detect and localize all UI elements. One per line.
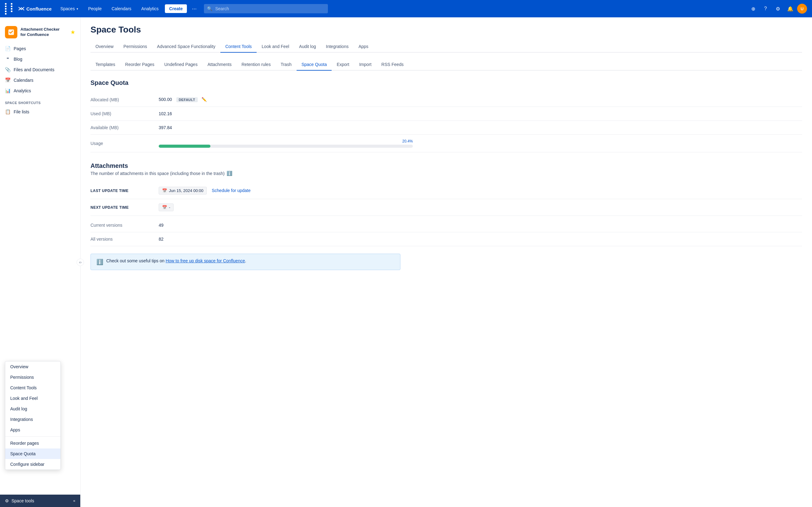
calendars-button[interactable]: Calendars [108,4,135,13]
attachments-data-table: Current versions 49 All versions 82 [91,218,802,246]
sidebar-item-files[interactable]: 📎 Files and Documents [0,64,80,75]
calendar-icon-2: 📅 [162,205,167,210]
allocated-value: 500.00 DEFAULT ✏️ [159,93,802,107]
tab-advanced[interactable]: Advanced Space Functionality [152,41,220,53]
all-versions-label: All versions [91,232,159,246]
used-row: Used (MB) 102.16 [91,107,802,121]
sub-tab-retention-rules[interactable]: Retention rules [237,59,275,71]
sidebar-item-analytics[interactable]: 📊 Analytics [0,86,80,96]
last-update-label: LAST UPDATE TIME [91,182,159,199]
notifications-icon-button[interactable]: 🔔 [785,3,796,14]
used-label: Used (MB) [91,107,159,121]
tab-permissions[interactable]: Permissions [118,41,152,53]
sub-tab-space-quota[interactable]: Space Quota [297,59,332,71]
dropdown-space-quota[interactable]: Space Quota [5,448,60,459]
sub-tab-export[interactable]: Export [332,59,354,71]
attachments-description: The number of attachments in this space … [91,171,802,176]
top-navigation: Confluence Spaces ▾ People Calendars Ana… [0,0,812,17]
sidebar-item-file-lists[interactable]: 📋 File lists [0,107,80,117]
sidebar-item-calendars[interactable]: 📅 Calendars [0,75,80,86]
zoom-icon-button[interactable]: ⊕ [748,3,759,14]
spaces-button[interactable]: Spaces ▾ [57,4,82,13]
space-tools-collapse-icon: « [73,499,75,503]
page-layout: Attachment Checker for Confluence ★ 📄 Pa… [0,17,812,507]
progress-wrap: 20.4% [159,139,413,148]
info-box: ℹ️ Check out some useful tips on How to … [91,253,400,270]
attachments-update-table: LAST UPDATE TIME 📅 Jun 15, 2024 00:00 Sc… [91,182,802,216]
file-lists-icon: 📋 [5,109,10,115]
help-icon-button[interactable]: ? [760,3,771,14]
dropdown-integrations[interactable]: Integrations [5,414,60,425]
create-button[interactable]: Create [165,4,187,13]
search-wrap: 🔍 [204,4,328,13]
nav-right-actions: ⊕ ? ⚙ 🔔 U [748,3,807,14]
tab-look-and-feel[interactable]: Look and Feel [257,41,294,53]
used-value: 102.16 [159,107,802,121]
tab-apps[interactable]: Apps [354,41,373,53]
primary-tab-bar: Overview Permissions Advanced Space Func… [91,41,802,53]
settings-icon-button[interactable]: ⚙ [772,3,783,14]
current-versions-row: Current versions 49 [91,218,802,232]
sidebar: Attachment Checker for Confluence ★ 📄 Pa… [0,17,81,507]
dropdown-content-tools[interactable]: Content Tools [5,383,60,393]
sub-tab-trash[interactable]: Trash [275,59,296,71]
space-quota-content: Space Quota Allocated (MB) 500.00 DEFAUL… [91,71,802,279]
sub-tab-import[interactable]: Import [354,59,376,71]
files-icon: 📎 [5,67,10,72]
more-options-button[interactable]: ··· [189,4,199,14]
confluence-logo[interactable]: Confluence [18,6,52,12]
sidebar-item-blog[interactable]: ❝ Blog [0,54,80,64]
usage-label: Usage [91,135,159,152]
edit-icon[interactable]: ✏️ [201,97,207,102]
next-update-date-badge: 📅 - [159,204,173,211]
disk-space-link[interactable]: How to free up disk space for Confluence [165,258,245,263]
progress-bar-fill [159,145,210,148]
space-shortcuts-title: SPACE SHORTCUTS [0,96,80,107]
search-icon: 🔍 [207,6,212,11]
dropdown-permissions[interactable]: Permissions [5,372,60,383]
sub-tab-reorder-pages[interactable]: Reorder Pages [120,59,159,71]
user-avatar[interactable]: U [797,4,807,14]
spaces-chevron-icon: ▾ [77,7,78,10]
last-update-value-cell: 📅 Jun 15, 2024 00:00 Schedule for update [159,182,802,199]
star-icon[interactable]: ★ [70,29,75,36]
sub-tab-attachments[interactable]: Attachments [202,59,237,71]
dropdown-look-and-feel[interactable]: Look and Feel [5,393,60,404]
sidebar-collapse-button[interactable]: ‹› [77,259,84,266]
current-versions-value: 49 [159,218,802,232]
sub-tab-rss-feeds[interactable]: RSS Feeds [376,59,409,71]
search-input[interactable] [204,4,328,13]
sub-tab-templates[interactable]: Templates [91,59,120,71]
dropdown-reorder-pages[interactable]: Reorder pages [5,438,60,448]
main-content: Space Tools Overview Permissions Advance… [81,17,812,507]
usage-row: Usage 20.4% [91,135,802,152]
tab-overview[interactable]: Overview [91,41,118,53]
tab-integrations[interactable]: Integrations [321,41,354,53]
analytics-icon: 📊 [5,88,10,94]
dropdown-configure-sidebar[interactable]: Configure sidebar [5,459,60,469]
sub-tab-undefined-pages[interactable]: Undefined Pages [159,59,202,71]
all-versions-row: All versions 82 [91,232,802,246]
info-box-icon: ℹ️ [96,259,103,266]
available-row: Available (MB) 397.84 [91,121,802,135]
dropdown-audit-log[interactable]: Audit log [5,404,60,414]
all-versions-value: 82 [159,232,802,246]
dropdown-apps[interactable]: Apps [5,425,60,435]
apps-grid-icon[interactable] [5,3,16,14]
tab-audit-log[interactable]: Audit log [294,41,321,53]
tab-content-tools[interactable]: Content Tools [220,41,257,53]
quota-table: Allocated (MB) 500.00 DEFAULT ✏️ Used (M… [91,93,802,152]
analytics-button[interactable]: Analytics [138,4,162,13]
dropdown-overview[interactable]: Overview [5,361,60,372]
info-circle-icon: ℹ️ [226,171,233,176]
calendars-icon: 📅 [5,77,10,83]
allocated-row: Allocated (MB) 500.00 DEFAULT ✏️ [91,93,802,107]
schedule-for-update-link[interactable]: Schedule for update [212,188,250,193]
last-update-date-badge: 📅 Jun 15, 2024 00:00 [159,187,207,194]
attachments-section: Attachments The number of attachments in… [91,162,802,270]
sub-tab-bar: Templates Reorder Pages Undefined Pages … [91,59,802,71]
sidebar-item-pages[interactable]: 📄 Pages [0,43,80,54]
calendar-icon: 📅 [162,188,167,193]
people-button[interactable]: People [84,4,105,13]
space-tools-button[interactable]: ⚙ Space tools « [0,495,80,507]
